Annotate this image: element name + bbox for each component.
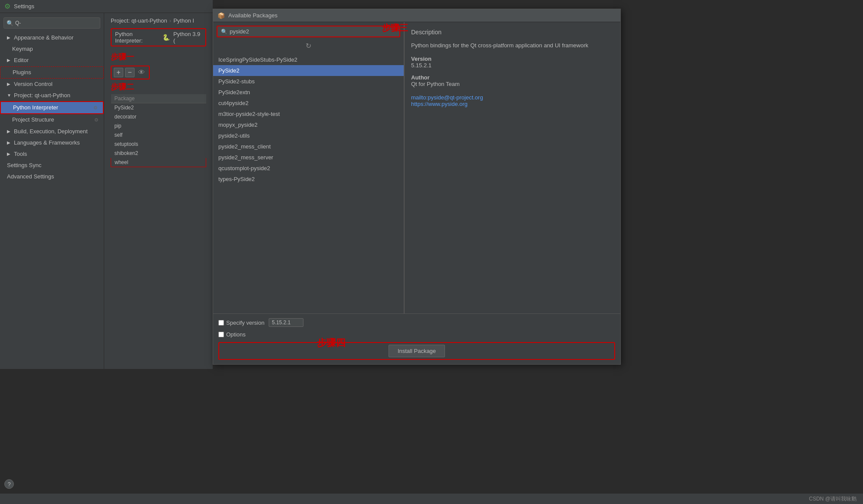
website-link[interactable]: https://www.pyside.org [411, 101, 614, 107]
package-list-item[interactable]: IceSpringPySideStubs-PySide2 [213, 54, 404, 65]
sidebar-item-build[interactable]: ▶ Build, Execution, Deployment [0, 126, 104, 137]
mailto-link[interactable]: mailto:pyside@qt-project.org [411, 94, 614, 101]
search-box[interactable]: 🔍 [217, 26, 400, 37]
install-btn-wrapper: Install Package [218, 342, 615, 360]
specify-version-label: Specify version [226, 320, 264, 326]
package-list-item[interactable]: pyside2_mess_client [213, 141, 404, 152]
package-name: decorator [111, 112, 206, 122]
packages-list-pane: 🔍 步骤三 ↻ IceSpringPySideStubs-PySide2PySi… [213, 22, 404, 313]
refresh-button[interactable]: ↻ [217, 41, 400, 51]
expand-icon: ▶ [7, 151, 11, 157]
interpreter-label: Python Interpreter: [115, 31, 159, 44]
sidebar-item-advanced-settings[interactable]: Advanced Settings [0, 171, 104, 182]
sidebar-item-version-control[interactable]: ▶ Version Control [0, 79, 104, 90]
version-input[interactable] [269, 318, 303, 327]
settings-body: 🔍 ▶ Appearance & Behavior Keymap ▶ Edito… [0, 13, 213, 369]
sidebar-item-settings-sync[interactable]: Settings Sync [0, 160, 104, 171]
window-title: Settings [14, 3, 34, 10]
expand-icon: ▶ [7, 128, 11, 135]
sidebar-item-plugins[interactable]: Plugins [0, 66, 104, 79]
package-list-item[interactable]: pyside2_mess_server [213, 152, 404, 163]
sidebar-search-input[interactable] [15, 20, 97, 26]
sidebar-item-python-interpreter[interactable]: Python Interpreter ⚙ [0, 101, 104, 114]
breadcrumb-arrow: › [169, 17, 171, 24]
sidebar-item-tools[interactable]: ▶ Tools [0, 148, 104, 160]
sidebar-item-label: Tools [14, 150, 27, 158]
content-area: Project: qt-uart-Python › Python I Pytho… [104, 13, 213, 369]
interpreter-value: Python 3.9 ( [173, 31, 202, 44]
version-value: 5.15.2.1 [411, 62, 614, 69]
bottom-bar-text: CSDN @请叫我咏鹅 [809, 495, 856, 503]
package-name: shiboken2 [111, 149, 206, 158]
table-row[interactable]: self [111, 131, 206, 140]
sidebar-item-appearance[interactable]: ▶ Appearance & Behavior [0, 32, 104, 43]
specify-version-checkbox-label[interactable]: Specify version [218, 320, 264, 326]
package-list-item[interactable]: mopyx_pyside2 [213, 119, 404, 130]
dialog-titlebar: 📦 Available Packages [213, 9, 620, 22]
bottom-bar: CSDN @请叫我咏鹅 [0, 493, 863, 504]
remove-package-button[interactable]: − [125, 68, 135, 77]
package-list-item[interactable]: pyside2-utils [213, 130, 404, 141]
expand-icon: ▶ [7, 57, 11, 63]
package-name: pip [111, 122, 206, 131]
sidebar-item-label: Python Interpreter [13, 104, 58, 112]
sidebar-item-label: Project Structure [12, 116, 54, 124]
sidebar-item-label: Advanced Settings [7, 173, 54, 181]
specify-version-checkbox[interactable] [218, 320, 224, 326]
breadcrumb: Project: qt-uart-Python › Python I [111, 17, 206, 24]
sidebar-item-keymap[interactable]: Keymap [0, 43, 104, 55]
sidebar-item-label: Settings Sync [7, 161, 42, 169]
sidebar-item-project-structure[interactable]: Project Structure ⚙ [0, 114, 104, 125]
table-row[interactable]: PySide2 [111, 103, 206, 112]
settings-window: ⚙ Settings 🔍 ▶ Appearance & Behavior Key… [0, 0, 213, 369]
links-section: mailto:pyside@qt-project.org https://www… [411, 94, 614, 107]
package-list-item[interactable]: m3tior-pyside2-style-test [213, 109, 404, 119]
sidebar-item-label: Keymap [12, 45, 33, 53]
package-name: self [111, 131, 206, 140]
window-titlebar: ⚙ Settings [0, 0, 213, 13]
package-list-item[interactable]: cut4pyside2 [213, 98, 404, 109]
sidebar-item-label: Editor [14, 56, 29, 64]
options-label: Options [226, 331, 246, 338]
package-list-item[interactable]: qcustomplot-pyside2 [213, 163, 404, 174]
package-list-item[interactable]: types-PySide2 [213, 174, 404, 184]
add-package-button[interactable]: + [114, 68, 123, 77]
eye-button[interactable]: 👁 [136, 68, 147, 77]
expand-icon: ▶ [7, 81, 11, 87]
options-checkbox[interactable] [218, 332, 224, 337]
sidebar-item-label: Plugins [13, 69, 31, 76]
options-checkbox-label[interactable]: Options [218, 331, 246, 338]
expand-icon: ▶ [7, 140, 11, 146]
sidebar-item-label: Appearance & Behavior [14, 34, 73, 42]
sidebar-item-project[interactable]: ▼ Project: qt-uart-Python [0, 90, 104, 101]
package-search-input[interactable] [230, 28, 396, 35]
sidebar-item-editor[interactable]: ▶ Editor [0, 55, 104, 66]
package-list-item[interactable]: PySide2 [213, 65, 404, 76]
sidebar-search[interactable]: 🔍 [3, 17, 100, 29]
package-table: Package PySide2decoratorpipselfsetuptool… [111, 94, 206, 167]
interpreter-row: Python Interpreter: 🐍 Python 3.9 ( [111, 28, 206, 46]
sidebar: 🔍 ▶ Appearance & Behavior Keymap ▶ Edito… [0, 13, 104, 369]
settings-icon: ⚙ [94, 117, 99, 123]
available-packages-dialog: 📦 Available Packages 🔍 步骤三 ↻ IceSpringPy… [213, 9, 621, 365]
python-icon: 🐍 [162, 34, 170, 41]
author-section: Author Qt for Python Team [411, 72, 614, 87]
author-value: Qt for Python Team [411, 81, 614, 87]
step3-annotation: 步骤三 [382, 22, 408, 34]
table-row[interactable]: pip [111, 122, 206, 131]
sidebar-item-languages[interactable]: ▶ Languages & Frameworks [0, 137, 104, 148]
package-list-item[interactable]: PySide2extn [213, 87, 404, 98]
package-name: PySide2 [111, 103, 206, 112]
step2-annotation: 步骤二 [111, 82, 206, 92]
table-row[interactable]: setuptools [111, 140, 206, 149]
table-row[interactable]: shiboken2 [111, 149, 206, 158]
help-button[interactable]: ? [4, 479, 14, 489]
package-list-item[interactable]: PySide2-stubs [213, 76, 404, 87]
table-row[interactable]: wheel [111, 158, 206, 167]
install-package-button[interactable]: Install Package [389, 345, 445, 357]
package-name: wheel [111, 158, 206, 167]
package-column-header: Package [111, 94, 206, 103]
table-row[interactable]: decorator [111, 112, 206, 122]
version-section: Version 5.15.2.1 [411, 53, 614, 69]
sidebar-item-label: Version Control [14, 80, 53, 88]
